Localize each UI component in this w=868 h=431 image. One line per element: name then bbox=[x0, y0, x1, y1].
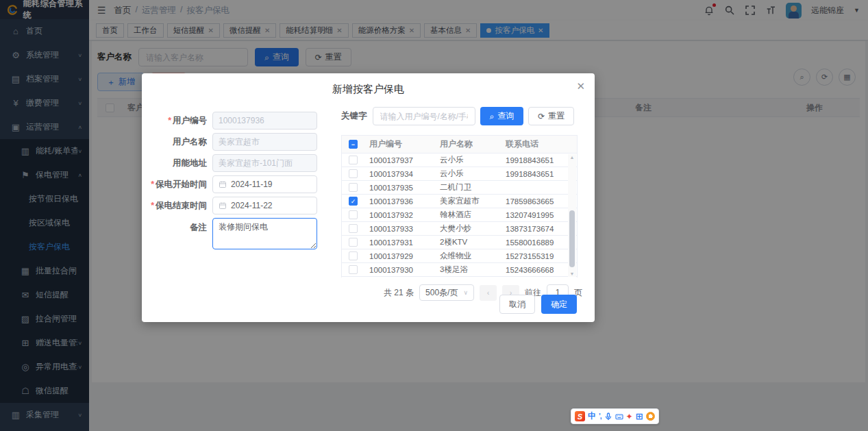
row-checkbox[interactable] bbox=[349, 169, 358, 178]
chevron-down-icon: ∨ bbox=[463, 289, 468, 296]
row-checkbox[interactable] bbox=[349, 156, 358, 164]
phone-cell: 15273155319 bbox=[503, 252, 569, 260]
start-date-label: 保电开始时间 bbox=[156, 180, 207, 189]
energy-address-input bbox=[212, 154, 317, 172]
required-mark: * bbox=[168, 116, 171, 125]
phone-cell: 15580016889 bbox=[503, 238, 569, 247]
col-user-name: 用户名称 bbox=[437, 138, 503, 150]
phone-cell: 13873173674 bbox=[503, 225, 569, 233]
microphone-icon[interactable] bbox=[604, 412, 612, 421]
user-table-row[interactable]: 1000137937云小乐19918843651 bbox=[342, 153, 577, 167]
user-table-body: 1000137937云小乐199188436511000137934云小乐199… bbox=[342, 153, 577, 278]
dialog-user-picker: 关键字 ⌕ 查询 ⟳ 重置 − 用户编号 用户名称 联系电话 bbox=[341, 107, 582, 301]
user-name-cell: 云小乐 bbox=[437, 169, 503, 179]
user-id-cell: 1000137930 bbox=[367, 266, 437, 274]
row-checkbox[interactable]: ✓ bbox=[349, 197, 358, 206]
user-id-cell: 1000137933 bbox=[367, 225, 437, 233]
scrollbar-thumb[interactable] bbox=[569, 210, 575, 267]
end-date-input[interactable]: 2024-11-22 bbox=[212, 197, 317, 214]
user-table-row[interactable]: 10001379312楼KTV15580016889 bbox=[342, 236, 577, 249]
remark-label: 备注 bbox=[142, 218, 212, 234]
start-date-input[interactable]: 2024-11-19 bbox=[212, 175, 317, 193]
row-checkbox[interactable] bbox=[349, 251, 358, 260]
close-icon[interactable]: ✕ bbox=[576, 80, 585, 93]
row-checkbox[interactable] bbox=[349, 183, 358, 192]
required-mark: * bbox=[151, 180, 154, 189]
user-id-cell: 1000137936 bbox=[367, 197, 437, 206]
user-name-cell: 大樊小炒 bbox=[437, 223, 503, 234]
keyword-row: 关键字 ⌕ 查询 ⟳ 重置 bbox=[341, 107, 582, 125]
page-size-select[interactable]: 500条/页 ∨ bbox=[419, 284, 474, 301]
keyword-input[interactable] bbox=[373, 107, 475, 125]
keyboard-icon[interactable] bbox=[615, 412, 623, 421]
phone-cell: 13207491995 bbox=[503, 211, 569, 219]
row-checkbox[interactable] bbox=[349, 238, 358, 247]
user-id-cell: 1000137937 bbox=[367, 156, 437, 164]
user-table: − 用户编号 用户名称 联系电话 1000137937云小乐1991884365… bbox=[341, 135, 578, 278]
user-table-row[interactable]: 1000137929众维物业15273155319 bbox=[342, 249, 577, 263]
phone-cell: 19918843651 bbox=[503, 170, 569, 178]
user-name-cell: 翰林酒店 bbox=[437, 210, 503, 220]
skin-brush-icon[interactable]: ✦ bbox=[626, 412, 633, 421]
end-date-label: 保电结束时间 bbox=[156, 201, 207, 210]
user-name-label: 用户名称 bbox=[142, 136, 212, 148]
keyword-reset-button[interactable]: ⟳ 重置 bbox=[528, 107, 574, 125]
sogou-logo-icon[interactable]: S bbox=[575, 411, 585, 421]
row-checkbox[interactable] bbox=[349, 224, 358, 233]
col-user-id: 用户编号 bbox=[367, 138, 437, 150]
screen: 能耗综合管理系统 ⌂首页⚙系统管理∨▤档案管理∨¥缴费管理∨▣运营管理∧▥能耗/… bbox=[0, 0, 868, 431]
scroll-down-icon[interactable]: ▼ bbox=[568, 271, 576, 276]
phone-cell: 15243666668 bbox=[503, 266, 569, 274]
row-checkbox[interactable] bbox=[349, 265, 358, 274]
user-name-cell: 3楼足浴 bbox=[437, 264, 503, 275]
user-id-input bbox=[212, 112, 317, 130]
user-name-cell: 云小乐 bbox=[437, 155, 503, 165]
settings-wheel-icon[interactable] bbox=[646, 412, 655, 421]
refresh-icon: ⟳ bbox=[538, 112, 545, 121]
select-all-checkbox[interactable]: − bbox=[349, 140, 358, 149]
calendar-icon bbox=[219, 180, 227, 188]
user-name-cell: 美家宜超市 bbox=[437, 196, 503, 206]
dialog-footer: 取消 确定 bbox=[499, 295, 577, 314]
user-table-row[interactable]: ✓1000137936美家宜超市17859863665 bbox=[342, 195, 577, 208]
user-id-cell: 1000137931 bbox=[367, 238, 437, 247]
user-id-cell: 1000137929 bbox=[367, 252, 437, 260]
user-table-row[interactable]: 1000137932翰林酒店13207491995 bbox=[342, 208, 577, 222]
user-id-cell: 1000137935 bbox=[367, 184, 437, 192]
user-id-cell: 1000137932 bbox=[367, 211, 437, 219]
user-table-row[interactable]: 1000137934云小乐19918843651 bbox=[342, 167, 577, 181]
toolbox-grid-icon[interactable]: ⊞ bbox=[636, 411, 643, 421]
ime-toolbar: S 中 ’, ✦ ⊞ bbox=[571, 408, 659, 424]
dialog-form: *用户编号 用户名称 用能地址 *保电开始时间 2024-11-19 *保电结束… bbox=[142, 112, 340, 253]
user-name-cell: 二机门卫 bbox=[437, 182, 503, 193]
total-count: 共 21 条 bbox=[384, 287, 414, 299]
phone-cell: 17859863665 bbox=[503, 197, 569, 206]
phone-cell: 19918843651 bbox=[503, 156, 569, 164]
chinese-mode-icon[interactable]: 中 bbox=[588, 410, 596, 422]
add-customer-protection-dialog: 新增按客户保电 ✕ *用户编号 用户名称 用能地址 *保电开始时间 2024-1… bbox=[142, 73, 595, 322]
user-table-row[interactable]: 10001379303楼足浴15243666668 bbox=[342, 263, 577, 277]
user-name-input bbox=[212, 133, 317, 151]
user-table-row[interactable]: 1000137935二机门卫 bbox=[342, 181, 577, 195]
required-mark: * bbox=[151, 201, 154, 210]
keyword-search-button[interactable]: ⌕ 查询 bbox=[480, 107, 524, 125]
row-checkbox[interactable] bbox=[349, 210, 358, 219]
col-phone: 联系电话 bbox=[503, 138, 569, 150]
user-table-row[interactable]: 1000137933大樊小炒13873173674 bbox=[342, 222, 577, 236]
prev-page-button[interactable]: ‹ bbox=[480, 285, 497, 301]
user-id-cell: 1000137934 bbox=[367, 170, 437, 178]
user-id-label: 用户编号 bbox=[173, 116, 207, 125]
user-name-cell: 2楼KTV bbox=[437, 237, 503, 247]
punctuation-icon[interactable]: ’, bbox=[599, 412, 602, 420]
remark-textarea[interactable]: 装修期间保电 bbox=[212, 218, 317, 249]
scroll-up-icon[interactable]: ▲ bbox=[568, 155, 576, 160]
user-name-cell: 众维物业 bbox=[437, 251, 503, 261]
scrollbar[interactable]: ▲ ▼ bbox=[568, 154, 576, 277]
keyword-label: 关键字 bbox=[341, 110, 367, 122]
confirm-button[interactable]: 确定 bbox=[541, 295, 577, 314]
search-icon: ⌕ bbox=[490, 112, 495, 121]
cancel-button[interactable]: 取消 bbox=[499, 295, 535, 314]
user-table-header: − 用户编号 用户名称 联系电话 bbox=[342, 136, 577, 153]
energy-address-label: 用能地址 bbox=[142, 158, 212, 169]
dialog-title: 新增按客户保电 bbox=[142, 83, 595, 96]
